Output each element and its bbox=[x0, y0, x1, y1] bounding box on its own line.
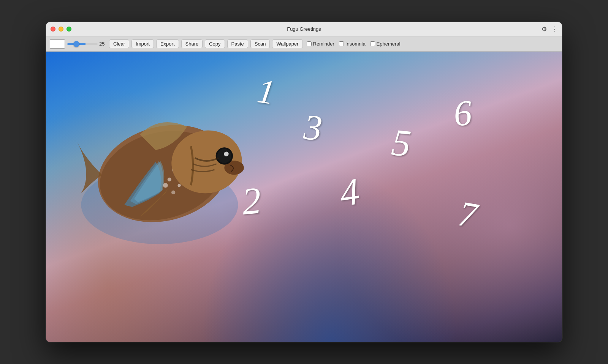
svg-point-10 bbox=[171, 191, 175, 194]
clear-button[interactable]: Clear bbox=[109, 39, 129, 48]
insomnia-label: Insomnia bbox=[345, 41, 366, 47]
options-group: Reminder Insomnia Ephemeral bbox=[307, 41, 401, 47]
ephemeral-checkbox[interactable] bbox=[370, 41, 375, 46]
titlebar: Fugu Greetings ⚙ ⋮ bbox=[46, 22, 562, 36]
share-button[interactable]: Share bbox=[181, 39, 203, 48]
close-button[interactable] bbox=[51, 27, 55, 32]
copy-button[interactable]: Copy bbox=[205, 39, 225, 48]
svg-point-7 bbox=[177, 184, 180, 187]
insomnia-checkbox[interactable] bbox=[339, 41, 344, 46]
more-options-icon[interactable]: ⋮ bbox=[551, 25, 557, 33]
wallpaper-button[interactable]: Wallpaper bbox=[272, 39, 302, 48]
drawing-canvas[interactable]: 1 2 3 4 5 6 7 bbox=[46, 52, 562, 342]
export-button[interactable]: Export bbox=[156, 39, 179, 48]
reminder-label: Reminder bbox=[313, 41, 334, 47]
minimize-button[interactable] bbox=[59, 27, 63, 32]
svg-point-5 bbox=[167, 178, 171, 181]
paste-button[interactable]: Paste bbox=[227, 39, 248, 48]
svg-point-15 bbox=[217, 149, 231, 163]
svg-point-16 bbox=[224, 152, 228, 156]
app-window: Fugu Greetings ⚙ ⋮ 25 Clear Import Expor… bbox=[46, 22, 562, 342]
brush-size-slider[interactable] bbox=[67, 43, 98, 45]
toolbar: 25 Clear Import Export Share Copy Paste … bbox=[46, 36, 562, 52]
svg-point-9 bbox=[163, 183, 168, 188]
ephemeral-checkbox-label[interactable]: Ephemeral bbox=[370, 41, 401, 47]
titlebar-actions: ⚙ ⋮ bbox=[542, 25, 557, 33]
brush-size-control: 25 bbox=[67, 41, 107, 47]
ephemeral-label: Ephemeral bbox=[377, 41, 401, 47]
traffic-lights bbox=[51, 27, 71, 32]
window-title: Fugu Greetings bbox=[287, 26, 321, 32]
scan-button[interactable]: Scan bbox=[250, 39, 270, 48]
import-button[interactable]: Import bbox=[131, 39, 154, 48]
reminder-checkbox-label[interactable]: Reminder bbox=[307, 41, 334, 47]
pen-color-preview[interactable] bbox=[50, 39, 65, 49]
extensions-icon[interactable]: ⚙ bbox=[542, 25, 547, 33]
insomnia-checkbox-label[interactable]: Insomnia bbox=[339, 41, 366, 47]
reminder-checkbox[interactable] bbox=[307, 41, 312, 46]
fish-image bbox=[62, 95, 258, 252]
brush-size-value: 25 bbox=[99, 41, 107, 47]
maximize-button[interactable] bbox=[66, 27, 71, 32]
